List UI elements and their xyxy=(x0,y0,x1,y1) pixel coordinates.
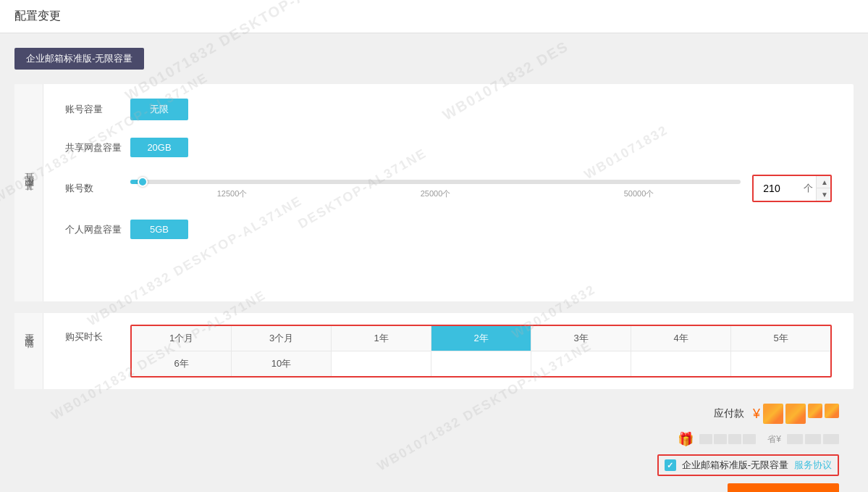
duration-grid: 1个月 3个月 1年 2年 3年 4年 5年 6年 10年 xyxy=(130,325,832,378)
duration-empty-1 xyxy=(332,351,431,376)
basic-config-card: 基本配置 账号容量 无限 共享网盘容量 20GB 账号数 xyxy=(14,84,854,301)
duration-empty-4 xyxy=(631,351,731,376)
shared-disk-btn[interactable]: 20GB xyxy=(130,138,188,157)
purchase-side-label: 购买量 xyxy=(14,313,43,389)
amount-block-1 xyxy=(763,404,783,424)
account-count-slider-container: 12500个 25000个 50000个 个 ▲ ▼ xyxy=(130,175,832,202)
spinner-down-btn[interactable]: ▼ xyxy=(817,188,832,201)
duration-3year[interactable]: 3年 xyxy=(531,326,631,351)
payment-amount: ¥ xyxy=(753,404,839,424)
payment-label: 应付款 xyxy=(714,407,744,420)
amount-block-2 xyxy=(785,404,806,424)
gift-block-2 xyxy=(714,434,727,444)
duration-empty-3 xyxy=(531,351,631,376)
pay-button[interactable]: 去支付 xyxy=(728,483,839,492)
savings-block-2 xyxy=(805,434,821,444)
purchase-label-text: 购买量 xyxy=(22,347,35,356)
account-capacity-label: 账号容量 xyxy=(65,103,130,116)
account-count-row: 账号数 12500个 25000个 50000个 xyxy=(65,175,832,202)
agreement-link[interactable]: 服务协议 xyxy=(794,459,832,472)
amount-block-3 xyxy=(808,404,822,418)
amount-block-4 xyxy=(825,404,839,418)
personal-disk-row: 个人网盘容量 5GB xyxy=(65,220,832,239)
amount-blocks xyxy=(763,404,839,424)
savings-block-1 xyxy=(787,434,803,444)
purchase-duration-row: 购买时长 1个月 3个月 1年 2年 3年 4年 5年 xyxy=(65,325,832,378)
agreement-checkbox[interactable] xyxy=(665,459,676,471)
account-count-input-box: 个 ▲ ▼ xyxy=(752,175,832,202)
account-count-unit: 个 xyxy=(801,182,816,195)
duration-5year[interactable]: 5年 xyxy=(731,326,830,351)
savings-label: 省¥ xyxy=(767,433,781,446)
purchase-card: 购买量 购买时长 1个月 3个月 1年 2年 3年 4年 5年 xyxy=(14,313,854,389)
duration-row-1: 1个月 3个月 1年 2年 3年 4年 5年 xyxy=(132,326,830,351)
basic-config-label-text: 基本配置 xyxy=(22,187,35,199)
spinner-up-btn[interactable]: ▲ xyxy=(817,176,832,188)
shared-disk-label: 共享网盘容量 xyxy=(65,141,130,154)
currency-icon: ¥ xyxy=(753,406,760,422)
savings-block-3 xyxy=(823,434,839,444)
slider-mark-3: 50000个 xyxy=(624,188,654,199)
duration-1month[interactable]: 1个月 xyxy=(132,326,232,351)
duration-4year[interactable]: 4年 xyxy=(631,326,731,351)
gift-block-4 xyxy=(743,434,756,444)
agreement-checkbox-row: 企业邮箱标准版-无限容量 服务协议 xyxy=(657,454,839,476)
slider-mark-2: 25000个 xyxy=(421,188,451,199)
slider-track[interactable] xyxy=(130,180,741,184)
personal-disk-label: 个人网盘容量 xyxy=(65,223,130,236)
duration-3month[interactable]: 3个月 xyxy=(232,326,332,351)
purchase-form-area: 购买时长 1个月 3个月 1年 2年 3年 4年 5年 xyxy=(43,313,854,389)
gift-icon: 🎁 xyxy=(678,431,694,447)
personal-disk-btn[interactable]: 5GB xyxy=(130,220,188,239)
account-capacity-btn[interactable]: 无限 xyxy=(130,99,188,120)
duration-2year[interactable]: 2年 xyxy=(431,326,531,351)
page-header: 配置变更 xyxy=(0,0,868,33)
gift-row: 🎁 xyxy=(678,431,756,447)
slider-wrapper: 12500个 25000个 50000个 xyxy=(130,180,741,197)
page-container: 配置变更 企业邮箱标准版-无限容量 基本配置 账号容量 无限 共享网盘容量 20… xyxy=(0,0,868,492)
duration-10year[interactable]: 10年 xyxy=(232,351,332,376)
gift-block-1 xyxy=(699,434,712,444)
account-count-input[interactable] xyxy=(754,178,801,199)
shared-disk-row: 共享网盘容量 20GB xyxy=(65,138,832,157)
account-capacity-row: 账号容量 无限 xyxy=(65,99,832,120)
agreement-label: 企业邮箱标准版-无限容量 xyxy=(682,459,788,472)
basic-config-side-label: 基本配置 xyxy=(14,84,43,301)
payment-amount-row: 应付款 ¥ xyxy=(714,404,839,424)
page-content: 企业邮箱标准版-无限容量 基本配置 账号容量 无限 共享网盘容量 20GB xyxy=(0,33,868,492)
duration-empty-2 xyxy=(431,351,531,376)
slider-thumb[interactable] xyxy=(138,177,148,187)
basic-config-form: 账号容量 无限 共享网盘容量 20GB 账号数 xyxy=(43,84,854,301)
product-tag: 企业邮箱标准版-无限容量 xyxy=(14,48,144,70)
gift-block-3 xyxy=(728,434,741,444)
spinner-btns: ▲ ▼ xyxy=(816,176,832,201)
duration-6year[interactable]: 6年 xyxy=(132,351,232,376)
duration-row-2: 6年 10年 xyxy=(132,351,830,376)
slider-mark-1: 12500个 xyxy=(217,188,248,199)
gift-placeholder xyxy=(699,434,756,444)
bottom-section: 应付款 ¥ 🎁 xyxy=(14,404,854,492)
duration-1year[interactable]: 1年 xyxy=(332,326,431,351)
account-count-label: 账号数 xyxy=(65,182,130,195)
duration-empty-5 xyxy=(731,351,830,376)
page-title: 配置变更 xyxy=(14,9,61,24)
slider-marks: 12500个 25000个 50000个 xyxy=(130,188,741,199)
purchase-duration-label: 购买时长 xyxy=(65,325,130,343)
savings-row: 🎁 省¥ xyxy=(678,431,839,447)
savings-blocks xyxy=(787,434,839,444)
